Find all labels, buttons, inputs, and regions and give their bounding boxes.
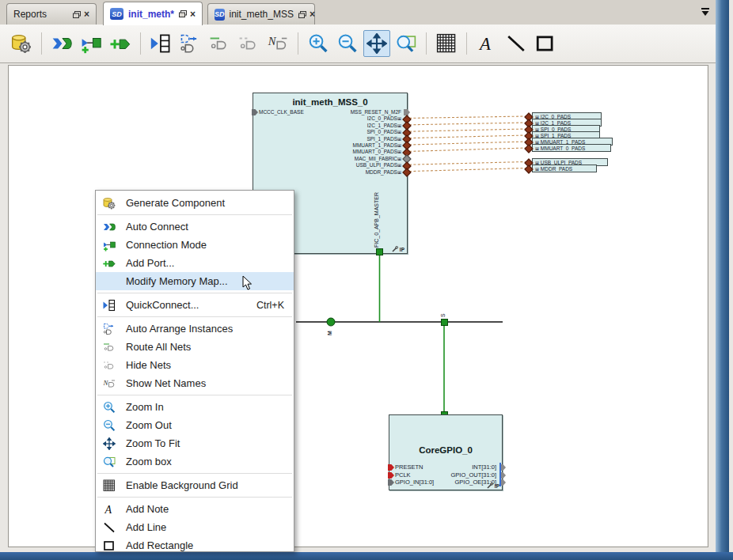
quickconnect-button[interactable] xyxy=(147,30,174,57)
restore-icon[interactable] xyxy=(73,11,81,18)
expand-icon[interactable]: ⊞ xyxy=(397,130,401,134)
expand-icon[interactable]: ⊞ xyxy=(397,123,401,128)
zoom-box-button[interactable] xyxy=(393,30,420,57)
tab-controls: × xyxy=(298,9,315,19)
expand-icon[interactable]: ⊞ xyxy=(397,143,401,148)
menu-item-enable-background-grid[interactable]: Enable Background Grid xyxy=(96,476,294,494)
tab-init-meth[interactable]: SD init_meth* × xyxy=(103,2,203,25)
bus-slave-node[interactable] xyxy=(441,319,448,326)
port-mac-mii-fabric[interactable]: MAC_MII_FABRIC⊞ xyxy=(355,156,401,162)
expand-icon[interactable]: ⊞ xyxy=(397,149,401,154)
port-int[interactable]: INT[31:0] xyxy=(472,464,496,471)
menu-item-route-all-nets[interactable]: Route All Nets xyxy=(96,338,294,356)
pad-nets xyxy=(409,116,526,172)
bus-master-node[interactable] xyxy=(327,318,335,326)
expand-icon[interactable]: ⊞ xyxy=(535,146,539,151)
menu-item-auto-arrange-instances[interactable]: Auto Arrange Instances xyxy=(96,320,294,338)
tab-init-meth-mss[interactable]: SD init_meth_MSS × xyxy=(207,3,315,25)
expand-icon[interactable]: ⊞ xyxy=(397,163,401,168)
auto-arrange-icon xyxy=(102,323,116,335)
menu-item-connection-mode[interactable]: Connection Mode xyxy=(96,236,294,254)
grid-icon xyxy=(436,33,457,54)
smartdesign-icon: SD xyxy=(215,9,225,21)
menu-item-show-net-names[interactable]: Show Net Names xyxy=(96,374,294,392)
tab-label: init_meth_MSS xyxy=(230,9,294,20)
port-connector[interactable] xyxy=(388,464,394,471)
add-line-button[interactable] xyxy=(503,30,530,57)
hide-nets-button[interactable] xyxy=(235,30,262,57)
port-spi-0-pads[interactable]: SPI_0_PADS⊞ xyxy=(366,129,401,135)
auto-connect-button[interactable] xyxy=(48,30,75,57)
restore-icon[interactable] xyxy=(179,10,187,17)
fic-master-port[interactable] xyxy=(376,248,383,255)
port-pclk[interactable]: PCLK xyxy=(395,472,411,479)
port-usb-ulpi-pads[interactable]: USB_ULPI_PADS⊞ xyxy=(356,162,401,168)
toolbar-separator xyxy=(298,32,298,55)
port-spi-1-pads[interactable]: SPI_1_PADS⊞ xyxy=(366,136,401,142)
menu-item-add-note[interactable]: Add Note xyxy=(96,500,294,518)
add-line-icon xyxy=(506,33,526,54)
menu-item-zoom-to-fit[interactable]: Zoom To Fit xyxy=(96,434,294,452)
smartdesign-toolbar xyxy=(0,25,716,63)
expand-icon[interactable]: ⊞ xyxy=(397,170,401,175)
port-connector[interactable] xyxy=(388,472,394,479)
port-connector[interactable] xyxy=(252,109,258,115)
add-rectangle-icon xyxy=(535,33,556,54)
restore-icon[interactable] xyxy=(298,11,306,18)
port-mccc-clk-base[interactable]: MCCC_CLK_BASE xyxy=(259,109,304,115)
menu-item-zoom-box[interactable]: Zoom box xyxy=(96,452,294,471)
port-mmuart-0-pads[interactable]: MMUART_0_PADS⊞ xyxy=(353,149,402,155)
zoom-to-fit-button[interactable] xyxy=(363,30,390,57)
expand-icon[interactable]: ⊞ xyxy=(397,137,401,142)
expand-icon[interactable]: ⊞ xyxy=(535,167,539,172)
add-rectangle-button[interactable] xyxy=(532,30,559,57)
close-icon[interactable]: × xyxy=(190,9,196,19)
instance-coregpio-0[interactable]: CoreGPIO_0 PRESETN PCLK GPIO_IN[31:0] IN… xyxy=(389,414,503,490)
port-mss-reset-n-m2f[interactable]: MSS_RESET_N_M2F xyxy=(351,109,401,115)
close-icon[interactable]: × xyxy=(310,9,315,19)
route-all-nets-button[interactable] xyxy=(206,30,233,57)
port-mmuart-1-pads[interactable]: MMUART_1_PADS⊞ xyxy=(353,142,402,149)
expand-icon[interactable]: ⊞ xyxy=(397,157,401,161)
quickconnect-icon xyxy=(102,299,116,312)
tab-controls: × xyxy=(179,9,196,19)
port-gpio-in[interactable]: GPIO_IN[31:0] xyxy=(395,479,434,486)
menu-item-hide-nets[interactable]: Hide Nets xyxy=(96,356,294,374)
auto-arrange-instances-button[interactable] xyxy=(177,30,203,57)
port-i2c-1-pads[interactable]: I2C_1_PADS⊞ xyxy=(367,123,401,129)
close-icon[interactable]: × xyxy=(84,9,89,19)
pad-mmuart-0[interactable]: ⊞ MMUART_0_PADS xyxy=(532,144,611,152)
port-connector[interactable] xyxy=(388,479,394,486)
zoom-in-button[interactable] xyxy=(305,30,332,57)
add-note-button[interactable] xyxy=(473,30,500,57)
connection-mode-button[interactable] xyxy=(78,30,104,57)
menu-item-modify-memory-map[interactable]: Modify Memory Map... xyxy=(96,272,294,290)
menu-item-zoom-out[interactable]: Zoom Out xyxy=(96,416,294,434)
port-mddr-pads[interactable]: MDDR_PADS⊞ xyxy=(366,169,401,176)
menu-item-zoom-in[interactable]: Zoom In xyxy=(96,398,294,416)
add-port-button[interactable] xyxy=(107,30,134,57)
menu-item-add-line[interactable]: Add Line xyxy=(96,518,294,536)
menu-item-add-rectangle[interactable]: Add Rectangle xyxy=(96,536,294,552)
port-presetn[interactable]: PRESETN xyxy=(395,464,423,471)
background-grid-button[interactable] xyxy=(433,30,460,57)
generate-component-button[interactable] xyxy=(8,30,35,57)
menu-item-add-port[interactable]: Add Port... xyxy=(96,254,294,272)
pad-mddr[interactable]: ⊞ MDDR_PADS xyxy=(532,165,597,172)
port-i2c-0-pads[interactable]: I2C_0_PADS⊞ xyxy=(367,115,401,122)
tab-reports[interactable]: Reports × xyxy=(6,3,97,25)
zoom-out-button[interactable] xyxy=(334,30,361,57)
port-gpio-out[interactable]: GPIO_OUT[31:0] xyxy=(450,472,496,479)
menu-item-quickconnect[interactable]: QuickConnect... Ctrl+K xyxy=(96,296,294,314)
auto-connect-icon xyxy=(51,33,72,54)
toolbar-overflow-button[interactable] xyxy=(700,6,711,17)
expand-icon[interactable]: ⊞ xyxy=(397,116,401,121)
show-net-names-button[interactable] xyxy=(264,30,291,57)
mouse-cursor xyxy=(242,275,253,291)
menu-item-generate-component[interactable]: Generate Component xyxy=(96,194,294,212)
menu-item-auto-connect[interactable]: Auto Connect xyxy=(96,218,294,236)
toolbar-separator xyxy=(466,32,467,55)
bus-slave-label: S xyxy=(440,313,446,317)
grid-icon xyxy=(102,479,116,492)
canvas-context-menu: Generate Component Auto Connect Connecti… xyxy=(95,190,294,552)
